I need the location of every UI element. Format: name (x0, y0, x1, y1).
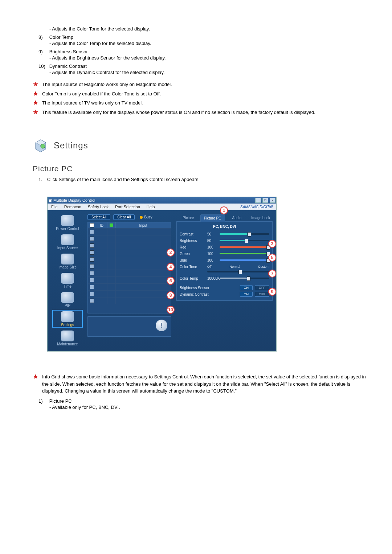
busy-label: Busy (144, 215, 152, 219)
sidebar-item-label: PIP (65, 304, 70, 308)
off-button[interactable]: OFF (255, 292, 269, 297)
row-label: Dynamic Contrast (180, 292, 220, 296)
off-button[interactable]: OFF (255, 285, 269, 290)
grid-header-input[interactable]: Input (116, 222, 171, 228)
note-row: ★The Input source of MagicInfo works onl… (33, 81, 367, 88)
color-tone-slider[interactable] (207, 271, 269, 272)
sidebar-item-time[interactable]: Time (53, 272, 82, 288)
maximize-button[interactable]: □ (262, 198, 268, 203)
checkbox-icon[interactable] (90, 257, 94, 262)
tone-opt: Normal (229, 265, 240, 268)
time-icon (61, 273, 74, 284)
table-row[interactable] (88, 256, 171, 263)
row-label: Color Temp (180, 276, 207, 280)
tab-picture-pc[interactable]: Picture PC (200, 214, 225, 222)
list-item: 10) Dynamic Contrast - Adjusts the Dynam… (38, 63, 367, 75)
checkbox-icon[interactable] (90, 285, 94, 289)
sidebar-item-image-size[interactable]: Image Size (53, 253, 82, 269)
item-title: Picture PC (49, 398, 72, 404)
table-row[interactable] (88, 249, 171, 256)
sidebar-item-maintenance[interactable]: Maintenance (53, 330, 82, 346)
table-row[interactable] (88, 297, 171, 304)
app-screenshot: ▣ Multiple Display Control _ □ × File Re… (47, 197, 367, 352)
table-row[interactable] (88, 270, 171, 276)
row-label: Brightness (180, 239, 207, 243)
grid-header-check[interactable] (88, 222, 96, 228)
checkbox-icon[interactable] (90, 264, 94, 268)
note-text: The Input source of TV works only on TV … (42, 99, 143, 107)
callout-marker: 8 (167, 291, 175, 299)
window-title: Multiple Display Control (53, 198, 95, 202)
checkbox-icon[interactable] (90, 237, 94, 241)
close-button[interactable]: × (270, 198, 275, 203)
menu-file[interactable]: File (51, 205, 58, 209)
sidebar-item-settings[interactable]: Settings (53, 311, 82, 327)
menu-remocon[interactable]: Remocon (64, 205, 81, 209)
clear-all-button[interactable]: Clear All (113, 214, 135, 220)
note-text: This feature is available only for the d… (42, 109, 315, 116)
table-row[interactable] (88, 276, 171, 283)
table-row[interactable] (88, 283, 171, 290)
row-label: Brightness Sensor (180, 286, 220, 290)
grid-header-flag[interactable] (107, 222, 116, 228)
checkbox-icon[interactable] (90, 278, 94, 282)
right-panel: 1 Picture Picture PC Audio Image Lock PC… (176, 214, 273, 346)
row-value: 50 (207, 239, 220, 243)
item-desc: Adjusts the Color Tone for the selected … (52, 26, 150, 32)
table-row[interactable] (88, 263, 171, 270)
table-row[interactable] (88, 242, 171, 249)
sidebar-item-pip[interactable]: PIP (53, 291, 82, 308)
item-title: Brightness Sensor (49, 49, 88, 54)
menu-help[interactable]: Help (147, 205, 155, 209)
row-green: Green 100 (180, 250, 269, 257)
checkbox-icon[interactable] (90, 299, 94, 303)
tab-image-lock[interactable]: Image Lock (249, 214, 273, 222)
select-all-button[interactable]: Select All (87, 214, 110, 220)
note-row: ★The Input source of TV works only on TV… (33, 99, 367, 107)
list-item: 8) Color Temp - Adjusts the Color Temp f… (38, 34, 367, 46)
checkbox-icon[interactable] (90, 292, 94, 296)
row-label: Red (180, 245, 207, 249)
red-slider[interactable] (220, 246, 269, 248)
item-desc: Adjusts the Color Temp for the selected … (52, 41, 151, 46)
color-tone-options[interactable]: Off Normal Custom (207, 265, 269, 268)
menu-port-selection[interactable]: Port Selection (115, 205, 140, 209)
table-row[interactable] (88, 235, 171, 242)
item-desc: Available only for PC, BNC, DVI. (52, 405, 120, 410)
green-slider[interactable] (220, 253, 269, 254)
checkbox-icon[interactable] (90, 243, 94, 248)
color-temp-slider[interactable] (220, 278, 269, 279)
checkbox-icon[interactable] (90, 230, 94, 234)
grid-header-id[interactable]: ID (96, 222, 107, 228)
on-button[interactable]: ON (240, 285, 253, 290)
item-num: 9) (38, 49, 48, 54)
table-row[interactable] (88, 290, 171, 297)
table-row[interactable] (88, 228, 171, 235)
callout-marker: 4 (167, 263, 175, 271)
app-window: ▣ Multiple Display Control _ □ × File Re… (47, 197, 277, 352)
menu-safety-lock[interactable]: Safety Lock (88, 205, 109, 209)
sidebar-item-input-source[interactable]: Input Source (53, 234, 82, 250)
star-icon: ★ (33, 373, 38, 380)
contrast-slider[interactable] (220, 233, 269, 235)
row-red: Red 100 (180, 244, 269, 250)
checkbox-icon[interactable] (90, 271, 94, 275)
callout-marker: 7 (268, 270, 276, 278)
blue-slider[interactable] (220, 259, 269, 261)
note-row: ★Color Temp is only enabled if the Color… (33, 90, 367, 98)
tab-audio[interactable]: Audio (225, 214, 249, 222)
item-num: 10) (38, 63, 48, 69)
tab-picture[interactable]: Picture (176, 214, 200, 222)
star-icon: ★ (33, 81, 38, 87)
image-size-icon (61, 254, 74, 264)
on-button[interactable]: ON (240, 292, 253, 297)
checkbox-icon[interactable] (90, 250, 94, 255)
subsection-title: Picture PC (33, 164, 367, 173)
sidebar-item-power-control[interactable]: Power Control (53, 214, 82, 231)
brightness-slider[interactable] (220, 240, 269, 241)
item-title: Color Temp (49, 34, 73, 40)
note-text: The Input source of MagicInfo works only… (42, 81, 172, 88)
item-num: 8) (38, 34, 48, 40)
minimize-button[interactable]: _ (255, 198, 261, 203)
sidebar-item-label: Image Size (58, 265, 77, 269)
